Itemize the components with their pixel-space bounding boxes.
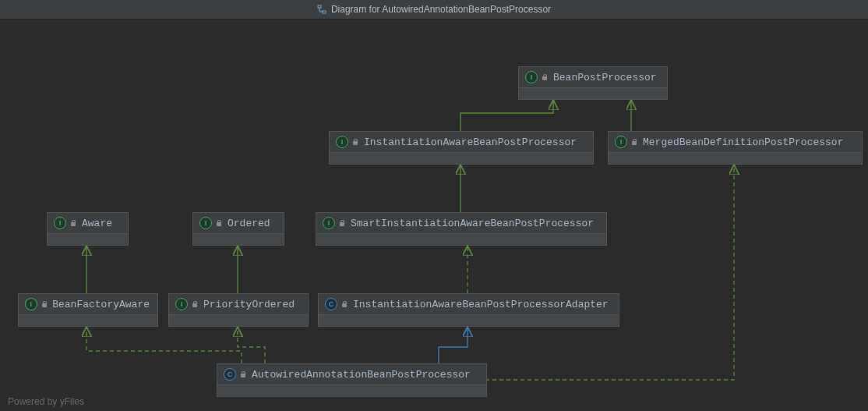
node-beanpostprocessor[interactable]: I BeanPostProcessor bbox=[518, 66, 668, 100]
interface-icon: I bbox=[25, 298, 37, 310]
node-body bbox=[217, 385, 486, 396]
node-label: BeanFactoryAware bbox=[52, 299, 150, 310]
node-body bbox=[48, 234, 128, 245]
class-icon: C bbox=[224, 368, 236, 381]
node-label: SmartInstantiationAwareBeanPostProcessor bbox=[351, 218, 594, 229]
node-priorityordered[interactable]: I PriorityOrdered bbox=[168, 293, 309, 327]
node-instbppadapter[interactable]: C InstantiationAwareBeanPostProcessorAda… bbox=[318, 293, 619, 327]
lock-icon bbox=[41, 300, 48, 308]
node-aware[interactable]: I Aware bbox=[47, 212, 129, 246]
interface-icon: I bbox=[336, 136, 348, 148]
credit-text: Powered by yFiles bbox=[8, 396, 84, 407]
node-body bbox=[169, 315, 308, 326]
class-icon: C bbox=[325, 298, 337, 310]
node-body bbox=[519, 88, 667, 99]
lock-icon bbox=[69, 219, 77, 227]
node-label: Ordered bbox=[228, 218, 270, 229]
interface-icon: I bbox=[175, 298, 188, 310]
lock-icon bbox=[338, 219, 346, 227]
node-body bbox=[330, 153, 593, 164]
lock-icon bbox=[630, 138, 638, 146]
node-instantiationawarebpp[interactable]: I InstantiationAwareBeanPostProcessor bbox=[329, 131, 594, 165]
lock-icon bbox=[191, 300, 199, 308]
title-text: Diagram for AutowiredAnnotationBeanPostP… bbox=[331, 4, 551, 15]
node-beanfactoryaware[interactable]: I BeanFactoryAware bbox=[18, 293, 158, 327]
node-label: InstantiationAwareBeanPostProcessor bbox=[364, 136, 577, 148]
interface-icon: I bbox=[199, 217, 212, 229]
lock-icon bbox=[215, 219, 223, 227]
node-body bbox=[316, 234, 606, 245]
lock-icon bbox=[351, 138, 359, 146]
lock-icon bbox=[541, 73, 549, 81]
node-body bbox=[193, 234, 284, 245]
diagram-canvas[interactable]: I BeanPostProcessor I InstantiationAware… bbox=[0, 19, 868, 411]
node-autowiredbpp[interactable]: C AutowiredAnnotationBeanPostProcessor bbox=[217, 363, 487, 397]
title-bar: Diagram for AutowiredAnnotationBeanPostP… bbox=[0, 0, 868, 19]
node-label: PriorityOrdered bbox=[203, 299, 295, 310]
interface-icon: I bbox=[54, 217, 66, 229]
svg-rect-0 bbox=[318, 5, 321, 8]
node-label: MergedBeanDefinitionPostProcessor bbox=[643, 136, 843, 148]
node-ordered[interactable]: I Ordered bbox=[192, 212, 284, 246]
lock-icon bbox=[340, 300, 348, 308]
node-label: Aware bbox=[82, 218, 112, 229]
node-label: BeanPostProcessor bbox=[553, 72, 657, 83]
node-body bbox=[609, 153, 862, 164]
svg-rect-1 bbox=[323, 11, 326, 13]
lock-icon bbox=[239, 370, 247, 378]
interface-icon: I bbox=[323, 217, 335, 229]
node-smartinstbpp[interactable]: I SmartInstantiationAwareBeanPostProcess… bbox=[316, 212, 607, 246]
node-mergedbdpp[interactable]: I MergedBeanDefinitionPostProcessor bbox=[608, 131, 863, 165]
node-body bbox=[19, 315, 157, 326]
interface-icon: I bbox=[615, 136, 627, 148]
node-label: AutowiredAnnotationBeanPostProcessor bbox=[252, 369, 471, 381]
node-label: InstantiationAwareBeanPostProcessorAdapt… bbox=[353, 299, 609, 310]
interface-icon: I bbox=[525, 71, 538, 83]
node-body bbox=[319, 315, 619, 326]
diagram-icon bbox=[317, 5, 326, 14]
